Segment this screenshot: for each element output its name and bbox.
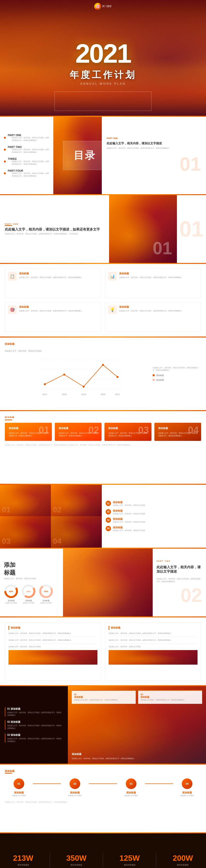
timeline-step-3: 03 添加标题 此处输入文字描述 — [117, 778, 145, 797]
toc-desc: 此处输入文字，相关内容，请加以文字描述，如果还有更多文字，那就在此继续输入 — [12, 148, 50, 154]
big-num-bg: 01 — [179, 218, 204, 240]
overlay-bottom: 添加标题 此处输入文字，相关内容，请加以文字描述，如果还有更多文字，那就在此继续… — [72, 752, 202, 760]
feature-item-3: 03 添加标题 此处输入文字，相关内容，请加以文字描述 — [106, 518, 202, 524]
step-label: 添加标题 — [124, 791, 138, 795]
box-desc-1: 此处输入文字，相关内容，请加以文字描述，如果还有更多文字，那就在此继续输入 — [19, 276, 82, 279]
feature-title: 添加标题 — [113, 518, 145, 521]
box-label: 添加标题 — [141, 695, 200, 699]
card-desc-3: 此处输入文字，相关内容，请加以文字描述 — [8, 646, 97, 648]
timeline-circle: 04 — [182, 778, 193, 789]
badge-2: 02 — [106, 509, 111, 515]
stat-1: 213W 相关内容描述 — [13, 854, 33, 866]
toc-dot — [4, 160, 6, 162]
overlay-box-1: 01 添加标题 此处输入文字描述，如果还有更多文字，那就在此继续输入 — [72, 690, 136, 704]
slide-part1-intro: PART ONE 此处输入文字，相关内容，请加以文字描述，如果还有更多文字 此处… — [0, 195, 206, 263]
img-3: 03 — [0, 516, 51, 548]
pie-label: 添加标题 — [4, 599, 19, 602]
svg-text:2021: 2021 — [115, 393, 120, 396]
feature-desc: 此处输入文字，相关内容，请加以文字描述 — [113, 521, 145, 524]
feature-item-2: 02 添加标题 此处输入文字，相关内容，请加以文字描述 — [106, 509, 202, 515]
circles-main-title: 添加标题 — [4, 561, 59, 577]
slide-dark-boxes: 01 添加标题 此处输入文字，相关内容，请加以文字描述，如果还有更多文字，那就在… — [0, 686, 206, 764]
step-label: 添加标题 — [180, 791, 194, 795]
part-tag: PART ONE — [5, 223, 104, 225]
svg-text:2018: 2018 — [62, 393, 67, 396]
box-icon-1: 📋 — [8, 272, 17, 281]
overlay-boxes: 01 添加标题 此处输入文字描述，如果还有更多文字，那就在此继续输入 02 添加… — [72, 690, 202, 704]
stat-label: 相关内容描述 — [66, 864, 87, 866]
logo: 🌸 美门摄影 — [94, 3, 112, 10]
timeline-connector — [145, 783, 173, 784]
part1-content: PART ONE 此处输入文字，相关内容，请加以文字描述，如果还有更多文字 此处… — [0, 195, 109, 263]
slide-orange-cards: 添加标题 01 添加标题 此处输入文字，相关内容，请加以文字描述，如果还有更多文… — [0, 411, 206, 484]
card-desc: 此处输入文字，相关内容，请加以文字描述，如果还有更多文字，那就在此继续输入 — [9, 432, 48, 437]
card-desc-2: 此处输入文字，相关内容，请加以文字描述，如果还有更多文字，那就在此继续输入 — [8, 639, 97, 642]
legend-label-1: 添加标题 — [156, 374, 164, 377]
chart-subtitle: 此处输入文字，相关内容，请加以文字描述 — [5, 350, 148, 352]
svg-text:2019: 2019 — [81, 393, 86, 396]
img-gradient — [63, 549, 153, 616]
dark-title: 02 添加标题 — [7, 720, 63, 724]
card-desc: 此处输入文字，相关内容，请加以文字描述，如果还有更多文字，那就在此继续输入 — [8, 632, 97, 635]
content-box-4: 💡 添加标题 此处输入文字，相关内容，请加以文字描述，如果还有更多文字，那就在此… — [105, 302, 201, 332]
toc-item-3: THREE 此处输入文字，相关内容，请加以文字描述，如果还有更多文字，那就在此继… — [4, 156, 50, 166]
timeline-circle: 01 — [13, 778, 24, 789]
svg-point-6 — [83, 386, 85, 388]
pie-desc: 此处输入文字描述 — [4, 602, 19, 604]
chart-title: 添加标题 — [5, 342, 148, 346]
card-accent — [109, 626, 109, 630]
feature-item-4: 04 添加标题 此处输入文字，相关内容，请加以文字描述 — [106, 526, 202, 532]
svg-text:60%: 60% — [9, 590, 13, 593]
box-title-3: 添加标题 — [19, 305, 82, 309]
part1-image: 01 — [109, 195, 177, 263]
box-title-1: 添加标题 — [19, 272, 82, 275]
dark-image-panel: 01 添加标题 此处输入文字描述，如果还有更多文字，那就在此继续输入 02 添加… — [68, 686, 206, 764]
toc-right-title: 此处输入文字，相关内容，请加以文字描述 — [107, 142, 201, 146]
pie-desc: 此处输入文字描述 — [21, 602, 36, 604]
circles-left: 添加标题 此处输入文字，相关内容，请加以文字描述 60% 添加标题 此处输入文字… — [0, 549, 63, 616]
step-desc: 此处输入文字描述 — [12, 795, 26, 797]
orange-cards-row: 01 添加标题 此处输入文字，相关内容，请加以文字描述，如果还有更多文字，那就在… — [5, 423, 201, 441]
box-num: 01 — [74, 693, 133, 695]
step-label: 添加标题 — [12, 791, 26, 795]
box-label: 添加标题 — [74, 695, 133, 699]
legend-dot-2 — [153, 379, 155, 381]
badge-4: 04 — [106, 526, 111, 531]
svg-point-7 — [102, 364, 104, 366]
slide-circles: 添加标题 此处输入文字，相关内容，请加以文字描述 60% 添加标题 此处输入文字… — [0, 549, 206, 616]
card-header-1: 添加标题 — [8, 626, 97, 630]
step-label: 添加标题 — [68, 791, 82, 795]
stat-label: 相关内容描述 — [119, 864, 140, 866]
slide-content-boxes: 📋 添加标题 此处输入文字，相关内容，请加以文字描述，如果还有更多文字，那就在此… — [0, 264, 206, 337]
part-title: 此处输入文字，相关内容，请加以文字描述 — [156, 565, 202, 574]
img-2: 02 — [51, 485, 102, 516]
orange-card-4: 04 添加标题 此处输入文字，相关内容，请加以文字描述，如果还有更多文字，那就在… — [154, 423, 201, 441]
stat-divider — [156, 853, 156, 867]
pie-desc: 此处输入文字描述 — [39, 602, 53, 604]
orange-card-2: 02 添加标题 此处输入文字，相关内容，请加以文字描述，如果还有更多文字，那就在… — [55, 423, 102, 441]
card-desc: 此处输入文字，相关内容，请加以文字描述，如果还有更多文字，那就在此继续输入 — [59, 432, 98, 437]
stat-2: 350W 相关内容描述 — [66, 854, 87, 866]
pie-label: 添加标题 — [39, 599, 53, 602]
slide-numbered-imgs: 01 02 03 04 01 添加标题 此处输入文字，相关内容，请加以文 — [0, 485, 206, 548]
toc-item-2: PART TWO 此处输入文字，相关内容，请加以文字描述，如果还有更多文字，那就… — [4, 145, 50, 154]
chart-panel: 添加标题 此处输入文字，相关内容，请加以文字描述 2017 2018 2019 … — [5, 342, 148, 405]
info-card-2: 添加标题 此处输入文字，相关内容，请加以文字描述，如果还有更多文字，那就在此继续… — [105, 622, 201, 680]
toc-list: PART ONE 此处输入文字，相关内容，请加以文字描述，如果还有更多文字，那就… — [0, 117, 53, 194]
chart-legend: 此处输入文字，相关内容，请加以文字描述，如果还有更多文字，那就在此继续输入 添加… — [153, 342, 201, 405]
dark-desc: 此处输入文字，相关内容，请加以文字描述，如果还有更多文字，那就在此继续输入 — [7, 738, 63, 743]
slide-stats: 213W 相关内容描述 350W 相关内容描述 125W 相关内容描述 200W… — [0, 833, 206, 868]
img-4: 04 — [51, 516, 102, 548]
stat-num: 125W — [119, 854, 140, 863]
stat-num: 213W — [13, 854, 33, 863]
box-desc: 此处输入文字描述，如果还有更多文字，那就在此继续输入 — [74, 699, 133, 702]
part-tag: PART TWO — [156, 560, 202, 562]
stat-num: 350W — [66, 854, 87, 863]
circles-main-desc: 此处输入文字，相关内容，请加以文字描述 — [4, 578, 59, 580]
slide-num-badge: 01 — [153, 238, 172, 258]
toc-right-label: PART ONE — [107, 137, 201, 140]
badge-1: 01 — [106, 501, 111, 506]
slide-toc: PART ONE 此处输入文字，相关内容，请加以文字描述，如果还有更多文字，那就… — [0, 117, 206, 194]
card-title: 添加标题 — [111, 626, 120, 629]
section-tag: 添加标题 — [5, 416, 201, 418]
